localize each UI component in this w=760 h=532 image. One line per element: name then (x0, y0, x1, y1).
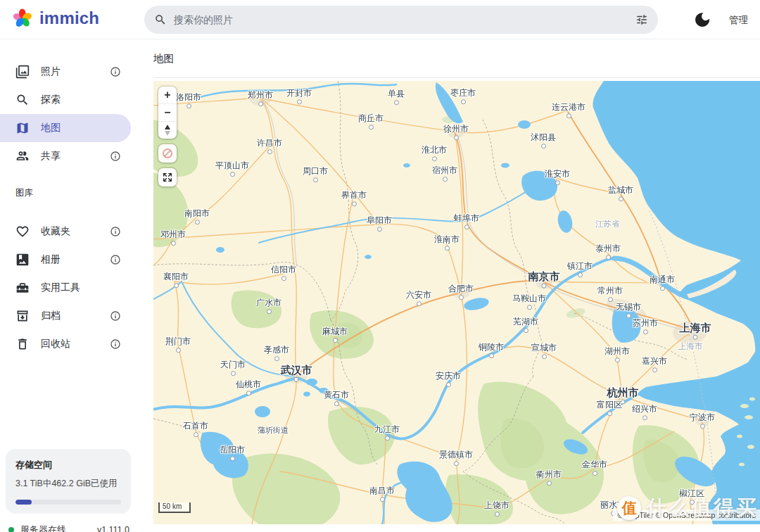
sidebar-item-label: 探索 (41, 94, 61, 106)
admin-link[interactable]: 管理 (729, 14, 748, 27)
fullscreen-button[interactable] (158, 168, 177, 186)
sidebar-item-label: 相册 (41, 253, 61, 266)
info-icon[interactable] (110, 338, 121, 350)
compass-icon (165, 125, 170, 136)
info-icon[interactable] (110, 66, 121, 77)
fullscreen-expand-icon (162, 172, 173, 183)
map-icon (15, 121, 30, 135)
sidebar-item-photos[interactable]: 照片 (0, 58, 131, 86)
smzdm-watermark: 值 什么值得买 (617, 494, 759, 522)
storage-progress-fill (15, 500, 32, 505)
archive-icon (15, 309, 30, 323)
heart-icon (15, 224, 30, 239)
sidebar-item-utilities[interactable]: 实用工具 (0, 274, 131, 302)
storage-progress-track (15, 500, 121, 505)
smzdm-badge: 值 (617, 496, 641, 520)
search-filter-icon[interactable] (635, 13, 648, 26)
trash-icon (15, 337, 30, 351)
zoom-out-button[interactable]: − (158, 104, 177, 121)
theme-toggle-moon-icon[interactable] (692, 10, 712, 30)
info-icon[interactable] (110, 310, 121, 322)
smzdm-watermark-text: 什么值得买 (646, 494, 759, 522)
image-icon (15, 65, 30, 79)
slashed-circle-icon (162, 148, 173, 159)
sidebar-item-label: 共享 (41, 150, 61, 163)
logo-text: immich (39, 8, 99, 28)
magnify-icon (15, 93, 30, 107)
sidebar-item-archive[interactable]: 归档 (0, 302, 131, 330)
page-title: 地图 (153, 52, 174, 65)
map-canvas[interactable]: 洛阳市郑州市开封市单县枣庄市商丘市徐州市连云港市许昌市淮北市沭阳县平顶山市周口市… (153, 81, 760, 524)
toolbox-icon (15, 281, 30, 295)
info-icon[interactable] (110, 226, 121, 237)
search-bar[interactable] (144, 6, 658, 34)
sidebar: 照片 探索 地图 共享 (0, 39, 153, 532)
info-icon[interactable] (110, 151, 121, 162)
server-status-row: 服务器在线 v1.111.0 (8, 524, 129, 532)
app-header: immich 管理 (0, 0, 760, 39)
sidebar-item-label: 收藏夹 (41, 225, 70, 238)
immich-logo[interactable]: immich (11, 7, 99, 30)
immich-app: immich 管理 照片 (0, 0, 760, 532)
sidebar-item-map[interactable]: 地图 (0, 114, 131, 142)
sidebar-item-label: 地图 (41, 122, 61, 134)
people-icon (15, 149, 30, 163)
sidebar-item-sharing[interactable]: 共享 (0, 142, 131, 170)
storage-card: 存储空间 3.1 TiB中462.2 GiB已使用 (6, 449, 131, 514)
compass-pitch-control[interactable] (158, 122, 177, 139)
sidebar-item-albums[interactable]: 相册 (0, 246, 131, 274)
sidebar-item-favorites[interactable]: 收藏夹 (0, 217, 131, 246)
map-tiles (153, 81, 760, 524)
server-version: v1.111.0 (97, 525, 129, 532)
library-section-label: 图库 (15, 187, 153, 199)
info-icon[interactable] (110, 254, 121, 265)
sidebar-item-trash[interactable]: 回收站 (0, 330, 131, 358)
search-icon (154, 13, 167, 26)
server-status-label: 服务器在线 (20, 524, 66, 532)
page-header: 地图 (153, 39, 760, 78)
sidebar-item-label: 归档 (41, 310, 61, 322)
map-scale-bar: 50 km (158, 502, 191, 513)
sidebar-item-label: 实用工具 (41, 281, 80, 294)
storage-title: 存储空间 (15, 459, 121, 471)
storage-usage-text: 3.1 TiB中462.2 GiB已使用 (15, 478, 121, 490)
sidebar-item-label: 回收站 (41, 338, 70, 350)
geolocate-disabled-button[interactable] (158, 144, 177, 163)
search-input[interactable] (174, 14, 635, 25)
sidebar-item-explore[interactable]: 探索 (0, 86, 131, 114)
server-online-dot (8, 527, 14, 532)
zoom-in-button[interactable]: + (158, 87, 177, 103)
album-icon (15, 253, 30, 267)
map-zoom-controls: + − (158, 87, 177, 139)
sidebar-item-label: 照片 (41, 65, 61, 78)
immich-flower-icon (11, 7, 34, 30)
